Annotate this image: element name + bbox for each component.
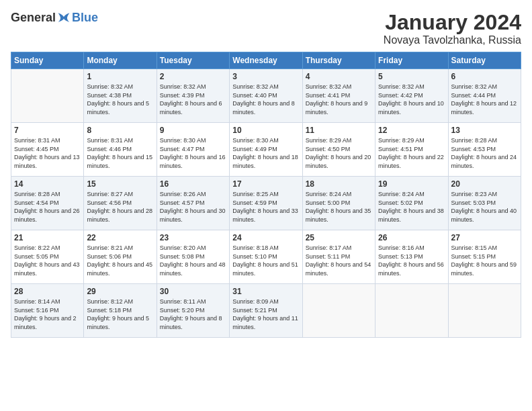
weekday-header: Saturday — [448, 52, 521, 69]
day-daylight: Daylight: 9 hours and 2 minutes. — [14, 315, 77, 330]
day-sunrise: Sunrise: 8:18 AM — [232, 244, 279, 251]
calendar-cell: 17 Sunrise: 8:25 AM Sunset: 4:59 PM Dayl… — [230, 177, 302, 230]
calendar-cell: 4 Sunrise: 8:32 AM Sunset: 4:41 PM Dayli… — [302, 69, 375, 123]
calendar-cell: 8 Sunrise: 8:31 AM Sunset: 4:46 PM Dayli… — [84, 123, 157, 177]
calendar-week-row: 14 Sunrise: 8:28 AM Sunset: 4:54 PM Dayl… — [11, 177, 521, 230]
calendar-cell: 9 Sunrise: 8:30 AM Sunset: 4:47 PM Dayli… — [157, 123, 229, 177]
calendar-cell: 27 Sunrise: 8:15 AM Sunset: 5:15 PM Dayl… — [448, 230, 521, 284]
day-number: 17 — [232, 179, 299, 189]
day-sunset: Sunset: 5:13 PM — [378, 253, 423, 260]
day-daylight: Daylight: 8 hours and 24 minutes. — [451, 154, 517, 169]
day-sunrise: Sunrise: 8:25 AM — [232, 191, 279, 197]
calendar-cell: 22 Sunrise: 8:21 AM Sunset: 5:06 PM Dayl… — [84, 230, 157, 284]
calendar-cell: 30 Sunrise: 8:11 AM Sunset: 5:20 PM Dayl… — [157, 284, 229, 338]
day-sunset: Sunset: 5:02 PM — [378, 199, 423, 206]
day-sunrise: Sunrise: 8:11 AM — [160, 298, 206, 305]
day-number: 26 — [378, 233, 445, 242]
day-sunset: Sunset: 4:47 PM — [160, 146, 205, 152]
day-daylight: Daylight: 8 hours and 43 minutes. — [14, 261, 80, 277]
day-sunset: Sunset: 5:20 PM — [160, 307, 205, 314]
day-number: 18 — [306, 179, 372, 189]
calendar-cell: 15 Sunrise: 8:27 AM Sunset: 4:56 PM Dayl… — [84, 177, 157, 230]
title-section: January 2024 Novaya Tavolzhanka, Russia — [384, 11, 521, 46]
day-number: 21 — [14, 233, 81, 242]
calendar-cell: 26 Sunrise: 8:16 AM Sunset: 5:13 PM Dayl… — [375, 230, 448, 284]
day-number: 31 — [232, 287, 299, 296]
day-number: 16 — [160, 179, 226, 189]
calendar-cell: 7 Sunrise: 8:31 AM Sunset: 4:45 PM Dayli… — [11, 123, 84, 177]
page-container: General Blue January 2024 Novaya Tavolzh… — [0, 0, 532, 411]
day-sunset: Sunset: 5:16 PM — [14, 307, 59, 314]
day-sunset: Sunset: 4:57 PM — [160, 199, 205, 206]
calendar-cell: 5 Sunrise: 8:32 AM Sunset: 4:42 PM Dayli… — [375, 69, 448, 123]
day-number: 19 — [378, 179, 445, 189]
calendar-cell: 20 Sunrise: 8:23 AM Sunset: 5:03 PM Dayl… — [448, 177, 521, 230]
day-sunrise: Sunrise: 8:28 AM — [451, 137, 498, 144]
day-sunrise: Sunrise: 8:32 AM — [232, 83, 279, 90]
day-sunset: Sunset: 5:00 PM — [306, 199, 351, 206]
day-sunrise: Sunrise: 8:24 AM — [378, 191, 425, 197]
day-daylight: Daylight: 8 hours and 59 minutes. — [451, 261, 517, 277]
weekday-header: Tuesday — [157, 52, 229, 69]
day-number: 22 — [87, 233, 153, 242]
day-daylight: Daylight: 8 hours and 20 minutes. — [306, 154, 371, 169]
page-header: General Blue January 2024 Novaya Tavolzh… — [11, 11, 521, 46]
day-sunset: Sunset: 4:56 PM — [87, 199, 132, 206]
day-sunrise: Sunrise: 8:32 AM — [160, 83, 206, 90]
day-number: 2 — [160, 72, 226, 81]
day-sunset: Sunset: 5:21 PM — [232, 307, 277, 314]
day-sunrise: Sunrise: 8:32 AM — [378, 83, 425, 90]
day-daylight: Daylight: 8 hours and 8 minutes. — [232, 100, 295, 116]
day-sunrise: Sunrise: 8:27 AM — [87, 191, 133, 197]
day-sunset: Sunset: 4:40 PM — [232, 92, 277, 99]
day-sunset: Sunset: 4:44 PM — [451, 92, 496, 99]
calendar-cell: 21 Sunrise: 8:22 AM Sunset: 5:05 PM Dayl… — [11, 230, 84, 284]
location-title: Novaya Tavolzhanka, Russia — [384, 34, 521, 46]
day-sunrise: Sunrise: 8:31 AM — [87, 137, 133, 144]
day-number: 15 — [87, 179, 153, 189]
weekday-header: Wednesday — [230, 52, 302, 69]
day-number: 23 — [160, 233, 226, 242]
day-sunrise: Sunrise: 8:32 AM — [306, 83, 352, 90]
day-sunrise: Sunrise: 8:21 AM — [87, 244, 133, 251]
logo-general-text: General — [11, 11, 56, 25]
day-sunset: Sunset: 4:51 PM — [378, 146, 423, 152]
day-number: 8 — [87, 126, 153, 135]
day-number: 29 — [87, 287, 153, 296]
day-daylight: Daylight: 8 hours and 26 minutes. — [14, 208, 80, 223]
day-daylight: Daylight: 8 hours and 38 minutes. — [378, 208, 444, 223]
day-daylight: Daylight: 8 hours and 9 minutes. — [306, 100, 368, 116]
calendar-table: SundayMondayTuesdayWednesdayThursdayFrid… — [11, 52, 521, 338]
day-sunset: Sunset: 4:38 PM — [87, 92, 132, 99]
day-sunset: Sunset: 5:03 PM — [451, 199, 496, 206]
day-daylight: Daylight: 8 hours and 10 minutes. — [378, 100, 444, 116]
day-daylight: Daylight: 8 hours and 22 minutes. — [378, 154, 444, 169]
day-daylight: Daylight: 8 hours and 12 minutes. — [451, 100, 517, 116]
calendar-week-row: 1 Sunrise: 8:32 AM Sunset: 4:38 PM Dayli… — [11, 69, 521, 123]
calendar-week-row: 28 Sunrise: 8:14 AM Sunset: 5:16 PM Dayl… — [11, 284, 521, 338]
day-daylight: Daylight: 8 hours and 5 minutes. — [87, 100, 149, 116]
day-sunrise: Sunrise: 8:29 AM — [306, 137, 352, 144]
day-sunrise: Sunrise: 8:09 AM — [232, 298, 279, 305]
day-daylight: Daylight: 8 hours and 56 minutes. — [378, 261, 444, 277]
day-daylight: Daylight: 8 hours and 35 minutes. — [306, 208, 371, 223]
month-title: January 2024 — [384, 11, 521, 34]
weekday-header: Friday — [375, 52, 448, 69]
day-sunrise: Sunrise: 8:17 AM — [306, 244, 352, 251]
day-sunrise: Sunrise: 8:30 AM — [232, 137, 279, 144]
day-daylight: Daylight: 9 hours and 8 minutes. — [160, 315, 222, 330]
day-sunset: Sunset: 5:06 PM — [87, 253, 132, 260]
day-daylight: Daylight: 8 hours and 13 minutes. — [14, 154, 80, 169]
logo-blue-text: Blue — [72, 11, 98, 25]
day-number: 28 — [14, 287, 81, 296]
calendar-cell: 14 Sunrise: 8:28 AM Sunset: 4:54 PM Dayl… — [11, 177, 84, 230]
day-daylight: Daylight: 8 hours and 6 minutes. — [160, 100, 222, 116]
logo: General Blue — [11, 11, 98, 25]
day-number: 24 — [232, 233, 299, 242]
calendar-cell — [448, 284, 521, 338]
day-sunset: Sunset: 4:53 PM — [451, 146, 496, 152]
day-sunrise: Sunrise: 8:12 AM — [87, 298, 133, 305]
day-sunset: Sunset: 5:05 PM — [14, 253, 59, 260]
calendar-cell: 3 Sunrise: 8:32 AM Sunset: 4:40 PM Dayli… — [230, 69, 302, 123]
day-number: 3 — [232, 72, 299, 81]
